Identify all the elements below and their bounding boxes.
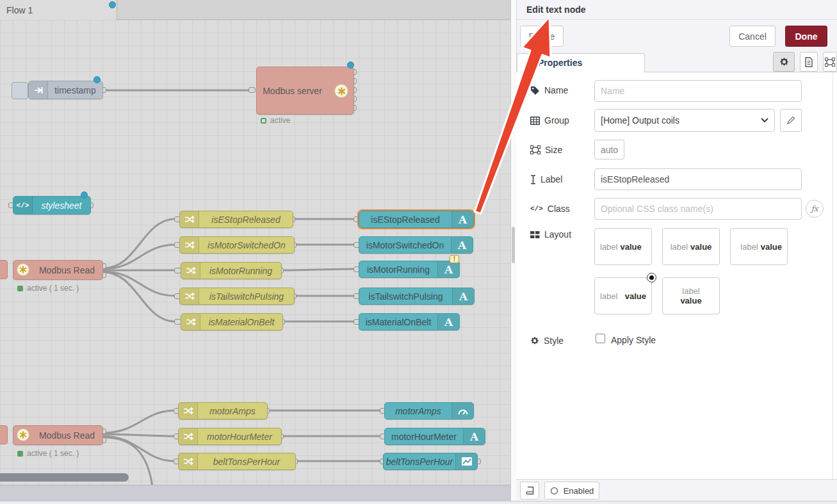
code-icon: </> — [530, 205, 543, 213]
change-icon — [179, 428, 198, 444]
change-icon — [180, 211, 199, 227]
node-label: isEStopReleased — [199, 211, 293, 227]
layout-option-left[interactable]: label value — [594, 228, 652, 265]
divider — [516, 19, 837, 20]
node-fn-belttonsperhour[interactable]: beltTonsPerHour — [178, 453, 296, 470]
appearance-frame-icon — [825, 58, 835, 67]
node-label: timestamp — [48, 81, 102, 99]
name-input[interactable] — [594, 80, 802, 102]
library-button[interactable] — [520, 482, 539, 500]
label-input[interactable] — [594, 168, 802, 190]
book-icon — [525, 486, 534, 495]
node-clipped-left[interactable] — [0, 425, 8, 444]
layout-option-center[interactable]: label value — [662, 228, 720, 265]
node-clipped-left[interactable] — [0, 260, 8, 279]
node-status: active ( 1 sec. ) — [17, 449, 79, 458]
text-a-icon: A — [451, 237, 473, 253]
style-row-label: Style — [530, 336, 564, 346]
node-changed-icon — [347, 61, 354, 69]
done-button[interactable]: Done — [785, 26, 827, 47]
status-text: active ( 1 sec. ) — [27, 449, 79, 458]
node-text-motorhourmeter[interactable]: motorHourMeter A — [384, 428, 485, 445]
change-icon — [179, 403, 198, 419]
node-text-ismotorswitchedon[interactable]: isMotorSwitchedOn A — [359, 236, 473, 254]
tab-properties[interactable]: Properties — [517, 53, 645, 72]
flow-canvas[interactable]: timestamp Modbus server active </> style… — [0, 20, 510, 485]
node-stylesheet[interactable]: </> stylesheet — [13, 196, 91, 215]
cancel-button[interactable]: Cancel — [729, 26, 776, 47]
flow-tab-label: Flow 1 — [6, 5, 33, 15]
edit-group-button[interactable] — [780, 109, 802, 132]
node-modbus-read-1[interactable]: Modbus Read — [13, 260, 103, 280]
node-fn-isestopreleased[interactable]: isEStopReleased — [179, 211, 293, 228]
workspace-footer — [0, 485, 510, 501]
node-chart-belttonsperhour[interactable]: beltTonsPerHour — [383, 453, 478, 470]
node-text-isestopreleased[interactable]: isEStopReleased A — [359, 211, 474, 228]
node-label: stylesheet — [33, 197, 90, 214]
node-fn-istailswitchpulsing[interactable]: isTailswitchPulsing — [179, 288, 295, 305]
text-a-icon: A — [452, 288, 474, 304]
node-fn-ismotorswitchedon[interactable]: isMotorSwitchedOn — [179, 236, 295, 254]
node-label: isMotorRunning — [200, 263, 281, 279]
inject-icon — [29, 81, 48, 99]
node-text-ismaterialonbelt[interactable]: isMaterialOnBelt A — [359, 313, 460, 330]
node-modbus-read-2[interactable]: Modbus Read — [13, 425, 103, 445]
node-changed-icon — [81, 191, 88, 199]
node-fn-ismotorrunning[interactable]: isMotorRunning — [181, 262, 282, 279]
class-input[interactable] — [594, 198, 802, 220]
change-icon — [181, 263, 200, 279]
node-settings-button[interactable] — [773, 52, 795, 72]
horizontal-scrollbar[interactable] — [0, 473, 129, 482]
size-auto-button[interactable]: auto — [594, 140, 624, 159]
enabled-label: Enabled — [564, 486, 594, 496]
document-icon — [804, 57, 813, 67]
apply-style-checkbox[interactable] — [596, 334, 605, 343]
node-label: isTailswitchPulsing — [359, 288, 452, 304]
size-row-label: Size — [530, 145, 562, 155]
pencil-icon — [786, 116, 795, 125]
group-select[interactable]: [Home] Output coils — [594, 109, 775, 132]
node-modbus-server[interactable]: Modbus server — [256, 67, 354, 115]
status-square-icon — [261, 118, 266, 124]
gear-icon — [779, 57, 789, 67]
node-label: isMaterialOnBelt — [200, 314, 282, 330]
node-label: isEStopReleased — [359, 211, 451, 227]
class-expression-button[interactable]: ƒx — [806, 200, 824, 218]
group-selected-value: [Home] Output coils — [601, 115, 679, 126]
node-gauge-motoramps[interactable]: motorAmps — [384, 402, 474, 419]
node-timestamp[interactable]: timestamp — [28, 81, 103, 99]
node-text-ismotorrunning[interactable]: isMotorRunning A — [359, 261, 460, 278]
chevron-down-icon — [761, 118, 768, 123]
layout-option-stacked[interactable]: label value — [662, 277, 720, 314]
class-row-label: </> Class — [530, 204, 570, 214]
layout-row-label: Layout — [530, 229, 571, 240]
layout-selected-radio[interactable] — [647, 273, 656, 282]
modbus-icon — [17, 263, 29, 276]
node-fn-motoramps[interactable]: motorAmps — [178, 402, 268, 419]
warning-badge: ! — [450, 255, 459, 263]
node-fn-motorhourmeter[interactable]: motorHourMeter — [178, 428, 282, 445]
layout-option-right[interactable]: label value — [730, 228, 788, 265]
node-description-button[interactable] — [800, 52, 818, 72]
node-label: beltTonsPerHour — [198, 453, 295, 469]
port-in-modbus-server[interactable] — [248, 87, 256, 93]
node-fn-ismaterialonbelt[interactable]: isMaterialOnBelt — [181, 313, 283, 330]
layout-option-spread[interactable]: label value — [594, 277, 652, 314]
text-a-icon: A — [451, 211, 473, 227]
node-label: motorHourMeter — [198, 428, 281, 444]
tab-flow-1[interactable]: Flow 1 — [0, 0, 117, 20]
form-scrollbar-track[interactable] — [833, 72, 833, 479]
status-text: active — [270, 116, 290, 125]
node-appearance-button[interactable] — [823, 52, 837, 72]
tab-properties-label: Properties — [538, 58, 582, 68]
cancel-label: Cancel — [738, 31, 767, 42]
node-label: beltTonsPerHour — [384, 453, 455, 469]
inject-trigger-button[interactable] — [12, 82, 28, 99]
node-label: motorAmps — [198, 403, 267, 419]
vertical-scrollbar-thumb[interactable] — [512, 227, 515, 263]
enabled-toggle-button[interactable]: Enabled — [544, 482, 599, 500]
delete-button[interactable]: Delete — [520, 26, 564, 47]
text-a-icon: A — [437, 314, 459, 330]
node-text-istailswitchpulsing[interactable]: isTailswitchPulsing A — [359, 288, 475, 305]
size-frame-icon — [530, 145, 540, 154]
